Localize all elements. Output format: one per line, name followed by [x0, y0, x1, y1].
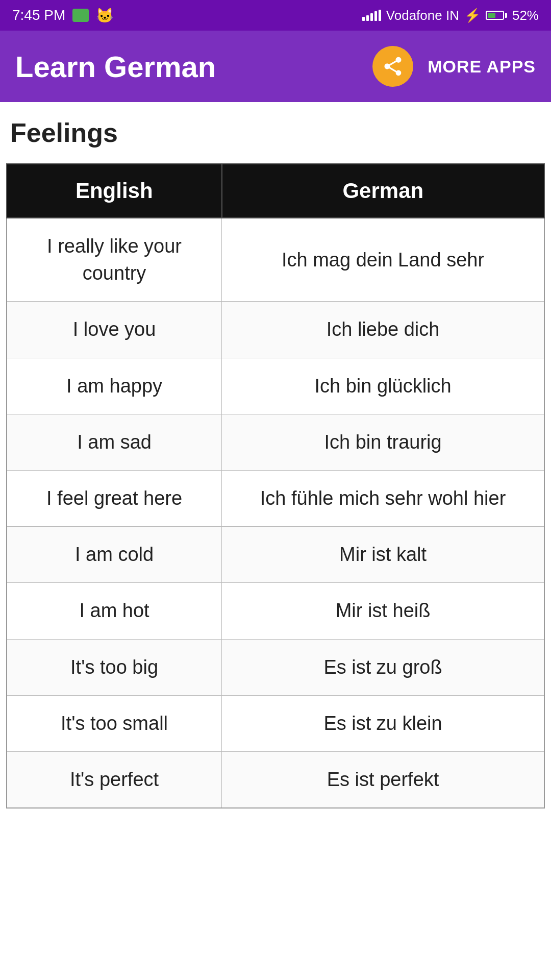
status-time: 7:45 PM	[12, 7, 65, 23]
table-row: It's too smallEs ist zu klein	[7, 695, 544, 751]
cell-german: Ich bin glücklich	[222, 358, 544, 414]
table-row: I am sadIch bin traurig	[7, 414, 544, 470]
table-row: I am coldMir ist kalt	[7, 527, 544, 583]
table-row: I am hotMir ist heiß	[7, 583, 544, 639]
notification-icon: 🐱	[96, 7, 114, 24]
table-row: I love youIch liebe dich	[7, 302, 544, 358]
cell-german: Ich fühle mich sehr wohl hier	[222, 470, 544, 526]
share-button[interactable]	[372, 46, 413, 87]
app-header: Learn German MORE APPS	[0, 31, 551, 102]
cell-english: It's too small	[7, 695, 222, 751]
cell-english: I am hot	[7, 583, 222, 639]
cell-english: I am happy	[7, 358, 222, 414]
table-row: It's too bigEs ist zu groß	[7, 639, 544, 695]
more-apps-button[interactable]: MORE APPS	[428, 57, 536, 77]
cell-german: Es ist perfekt	[222, 751, 544, 808]
cell-german: Es ist zu groß	[222, 639, 544, 695]
table-row: It's perfectEs ist perfekt	[7, 751, 544, 808]
table-header-row: English German	[7, 164, 544, 218]
status-bar: 7:45 PM 🐱 Vodafone IN ⚡ 52%	[0, 0, 551, 31]
cell-english: I really like your country	[7, 218, 222, 302]
cell-german: Ich mag dein Land sehr	[222, 218, 544, 302]
sim-icon	[72, 9, 89, 22]
cell-english: It's perfect	[7, 751, 222, 808]
table-row: I feel great hereIch fühle mich sehr woh…	[7, 470, 544, 526]
carrier-name: Vodafone IN	[386, 8, 459, 23]
header-german: German	[222, 164, 544, 218]
app-title: Learn German	[15, 50, 216, 84]
cell-english: It's too big	[7, 639, 222, 695]
table-row: I really like your countryIch mag dein L…	[7, 218, 544, 302]
cell-german: Ich bin traurig	[222, 414, 544, 470]
battery-icon	[486, 11, 507, 20]
header-english: English	[7, 164, 222, 218]
cell-english: I am cold	[7, 527, 222, 583]
share-icon	[382, 55, 404, 78]
section-title: Feelings	[0, 102, 551, 158]
cell-english: I feel great here	[7, 470, 222, 526]
signal-icon	[362, 10, 381, 21]
vocabulary-table: English German I really like your countr…	[6, 163, 545, 808]
cell-german: Mir ist heiß	[222, 583, 544, 639]
battery-percentage: 52%	[512, 8, 539, 23]
cell-german: Ich liebe dich	[222, 302, 544, 358]
status-right: Vodafone IN ⚡ 52%	[362, 8, 539, 23]
charging-icon: ⚡	[464, 8, 481, 23]
table-row: I am happyIch bin glücklich	[7, 358, 544, 414]
cell-english: I am sad	[7, 414, 222, 470]
cell-german: Es ist zu klein	[222, 695, 544, 751]
cell-english: I love you	[7, 302, 222, 358]
status-left: 7:45 PM 🐱	[12, 7, 114, 24]
cell-german: Mir ist kalt	[222, 527, 544, 583]
header-actions: MORE APPS	[372, 46, 536, 87]
